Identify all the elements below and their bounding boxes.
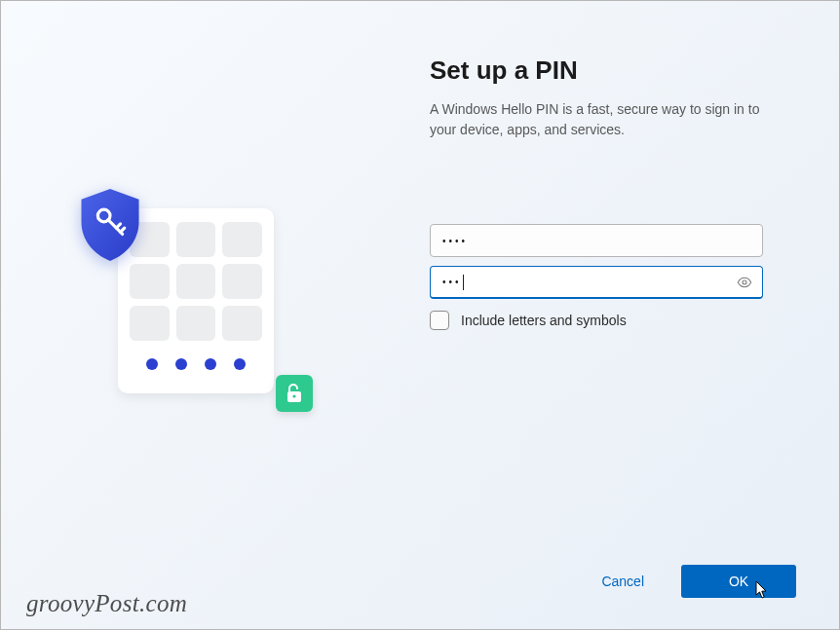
shield-key-icon (77, 187, 143, 263)
dialog-footer: Cancel OK (597, 565, 796, 598)
include-symbols-checkbox[interactable] (430, 311, 449, 330)
unlock-icon (276, 375, 313, 412)
keypad-key (176, 306, 216, 341)
page-subtitle: A Windows Hello PIN is a fast, secure wa… (430, 99, 781, 140)
svg-point-5 (292, 394, 295, 397)
confirm-pin-input[interactable]: ••• (430, 266, 763, 299)
pin-dot (234, 358, 246, 370)
svg-point-6 (743, 280, 746, 284)
new-pin-input[interactable]: •••• (430, 224, 763, 257)
form-pane: Set up a PIN A Windows Hello PIN is a fa… (332, 1, 839, 629)
keypad-grid (130, 222, 262, 341)
keypad-key (222, 222, 262, 257)
page-title: Set up a PIN (430, 56, 781, 86)
text-caret (463, 275, 464, 290)
ok-button[interactable]: OK (681, 565, 796, 598)
pin-masked-value: •••• (442, 236, 468, 246)
include-symbols-checkbox-row: Include letters and symbols (430, 311, 781, 330)
keypad-key (222, 264, 262, 299)
keypad-key (176, 264, 216, 299)
eye-reveal-icon[interactable] (737, 275, 752, 290)
pin-dot (175, 358, 187, 370)
pin-illustration (50, 179, 284, 403)
cancel-button[interactable]: Cancel (597, 566, 648, 597)
pin-dot (205, 358, 216, 370)
keypad-key (130, 264, 170, 299)
keypad-key (130, 306, 170, 341)
keypad-key (222, 306, 262, 341)
confirm-pin-masked-value: ••• (442, 277, 462, 287)
illustration-pane (1, 1, 332, 629)
illustration-pin-dots (130, 358, 262, 370)
keypad-key (176, 222, 216, 257)
include-symbols-label: Include letters and symbols (461, 313, 627, 328)
pin-dot (146, 358, 158, 370)
watermark-text: groovyPost.com (26, 590, 187, 617)
